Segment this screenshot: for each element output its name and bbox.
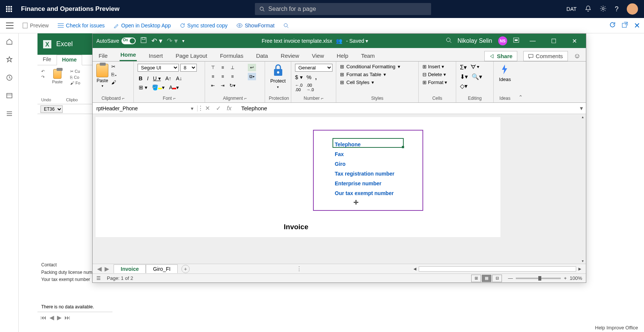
ribbon-display-icon[interactable]: [513, 38, 519, 44]
format-cells-button[interactable]: ⊞ Format ▾: [422, 80, 447, 85]
hamburger-menu[interactable]: [6, 23, 13, 29]
workspace-icon[interactable]: [6, 92, 13, 99]
align-left-icon[interactable]: ≡: [209, 73, 217, 80]
paste-icon[interactable]: [53, 69, 61, 79]
shrink-font-icon[interactable]: A↓: [175, 75, 183, 82]
close-icon[interactable]: ✕: [634, 21, 640, 30]
home-icon[interactable]: [6, 38, 13, 45]
clear-icon[interactable]: ◇▾: [460, 83, 467, 90]
font-size-select[interactable]: 8: [180, 64, 197, 72]
number-format-select[interactable]: General: [295, 64, 332, 72]
collapse-ribbon-icon[interactable]: ⌃: [518, 94, 523, 100]
percent-icon[interactable]: %: [307, 74, 312, 81]
tab-formulas[interactable]: Formulas: [219, 50, 244, 61]
save-icon[interactable]: [140, 37, 147, 45]
tab-review[interactable]: Review: [280, 50, 300, 61]
copy-icon[interactable]: ⎘ Co: [70, 75, 80, 80]
scroll-left-icon[interactable]: ◀: [412, 267, 418, 271]
tab-page-layout[interactable]: Page Layout: [175, 50, 208, 61]
align-bottom-icon[interactable]: ⊥: [228, 64, 237, 71]
tab-data[interactable]: Data: [255, 50, 269, 61]
cell-telephone[interactable]: Telephone: [335, 140, 394, 149]
sheet-nav-prev-icon[interactable]: ◀: [49, 314, 54, 321]
page-layout-view-icon[interactable]: ▦: [482, 275, 491, 282]
protect-button[interactable]: Protect ▾: [270, 64, 286, 89]
bg-namebox[interactable]: ET36: [40, 105, 63, 113]
minimize-button[interactable]: —: [525, 38, 540, 44]
autosave-toggle[interactable]: On: [121, 38, 136, 44]
indent-left-icon[interactable]: ⇤: [209, 82, 217, 89]
align-middle-icon[interactable]: ≡: [219, 64, 227, 71]
zoom-level[interactable]: 100%: [570, 275, 582, 281]
vertical-scrollbar[interactable]: ▴ ▾: [579, 114, 586, 264]
company-code[interactable]: DAT: [566, 6, 577, 12]
maximize-button[interactable]: ☐: [546, 38, 561, 45]
waffle-menu[interactable]: [3, 3, 15, 15]
decrease-decimal-icon[interactable]: .00→.0: [306, 83, 314, 92]
redo-icon[interactable]: ↷ ▾: [167, 37, 178, 45]
merge-icon[interactable]: ⧉▾: [248, 73, 256, 80]
recent-icon[interactable]: [6, 74, 13, 81]
underline-button[interactable]: U ▾: [152, 75, 162, 82]
expand-formula-icon[interactable]: ▾: [577, 105, 586, 112]
comments-button[interactable]: Comments: [523, 51, 568, 61]
wrap-text-icon[interactable]: ↩: [248, 64, 256, 71]
tab-home[interactable]: Home: [120, 49, 137, 61]
preview-button[interactable]: Preview: [22, 23, 49, 29]
notifications-icon[interactable]: [585, 5, 592, 13]
sync-button[interactable]: Sync stored copy: [180, 23, 228, 29]
font-color-icon[interactable]: A▾: [168, 84, 180, 91]
popout-icon[interactable]: [622, 22, 628, 29]
normal-view-icon[interactable]: ⊞: [471, 275, 481, 282]
increase-decimal-icon[interactable]: ←.0.00: [295, 83, 303, 92]
zoom-in-icon[interactable]: +: [564, 275, 567, 281]
scroll-right-icon[interactable]: ▶: [577, 267, 583, 271]
cell-tax-exempt[interactable]: Our tax exempt number: [335, 188, 394, 198]
bg-tab-file[interactable]: File: [37, 55, 57, 65]
share-button[interactable]: Share: [484, 51, 517, 61]
cell-styles-button[interactable]: ⊞ Cell Styles ▾: [340, 80, 400, 85]
qat-more-icon[interactable]: ▾: [182, 38, 184, 44]
cut-icon[interactable]: ✂ Cu: [70, 69, 80, 74]
tab-insert[interactable]: Insert: [148, 50, 164, 61]
italic-button[interactable]: I: [146, 75, 150, 82]
tab-view[interactable]: View: [311, 50, 325, 61]
help-icon[interactable]: ?: [615, 5, 619, 13]
sort-filter-icon[interactable]: ᗊ▾: [470, 64, 480, 71]
format-as-table-button[interactable]: ⊞ Format as Table ▾: [340, 72, 400, 77]
check-issues-button[interactable]: Check for issues: [58, 23, 105, 29]
indent-right-icon[interactable]: ⇥: [219, 82, 227, 89]
worksheet-grid[interactable]: Telephone Fax Giro Tax registration numb…: [93, 114, 586, 264]
fx-icon[interactable]: fx: [227, 105, 231, 112]
avatar[interactable]: [627, 3, 638, 15]
refresh-page-icon[interactable]: [609, 21, 616, 30]
sheet-nav-next-icon[interactable]: ▶: [57, 314, 61, 321]
align-right-icon[interactable]: ≡: [228, 73, 237, 80]
tab-options-icon[interactable]: ⋮: [294, 265, 304, 272]
insert-cells-button[interactable]: ⊞ Insert ▾: [422, 64, 447, 69]
copy-icon[interactable]: ⎘▾: [111, 72, 117, 77]
ideas-button[interactable]: Ideas: [499, 64, 511, 82]
open-desktop-button[interactable]: Open in Desktop App: [114, 23, 171, 29]
comma-icon[interactable]: ,: [315, 74, 317, 81]
cancel-formula-icon[interactable]: ✕: [205, 105, 210, 112]
formula-bar[interactable]: Telephone: [237, 105, 577, 111]
name-box[interactable]: rptHeader_Phone ▾: [93, 105, 198, 111]
bg-tab-home[interactable]: Home: [57, 55, 82, 65]
close-button[interactable]: ✕: [567, 38, 582, 45]
sharing-icon[interactable]: 👥: [336, 38, 342, 44]
paste-button[interactable]: Paste ▾: [96, 64, 108, 88]
conditional-formatting-button[interactable]: ⊞ Conditional Formatting ▾: [340, 64, 400, 69]
zoom-slider[interactable]: [516, 278, 561, 279]
title-search-icon[interactable]: [446, 37, 452, 45]
gear-icon[interactable]: [600, 5, 607, 13]
sheet-prev-icon[interactable]: ◀: [97, 265, 102, 272]
search-input[interactable]: Search for a page: [255, 3, 431, 15]
cell-giro[interactable]: Giro: [335, 159, 394, 169]
redo-icon[interactable]: ↷: [41, 75, 45, 80]
orientation-icon[interactable]: ↻▾: [228, 82, 237, 89]
border-icon[interactable]: ⊞ ▾: [138, 84, 148, 91]
align-top-icon[interactable]: ⊤: [209, 64, 217, 71]
zoom-out-icon[interactable]: —: [508, 275, 513, 281]
sheet-next-icon[interactable]: ▶: [105, 265, 109, 272]
